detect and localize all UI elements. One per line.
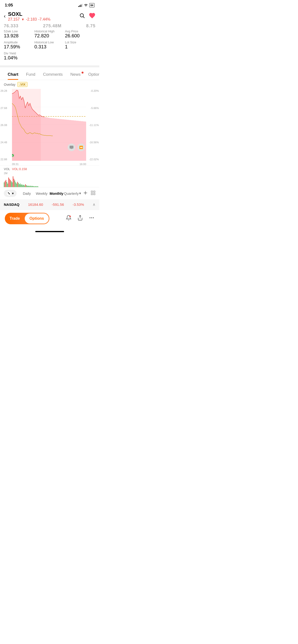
chart-y-label-0: 29.28 — [0, 89, 12, 92]
svg-text:$: $ — [12, 155, 13, 157]
period-weekly[interactable]: Weekly — [34, 190, 49, 197]
svg-rect-37 — [26, 185, 27, 187]
stat-div-yield-value: 1.04% — [4, 55, 34, 60]
status-icons: 84 — [78, 3, 95, 8]
svg-rect-29 — [19, 184, 20, 187]
chart-section: Overlay .VIX 29.28 27.68 26.08 24.48 22.… — [0, 80, 99, 199]
volume-section: VOL VOL:0.158 2M — [0, 166, 99, 187]
wifi-icon — [84, 3, 88, 7]
tab-fund[interactable]: Fund — [22, 69, 39, 80]
back-button[interactable]: ‹ — [4, 13, 6, 20]
stat-avg-price-label: Avg Price — [65, 30, 95, 33]
ticker-block: SOXL 27.157 ▼ -2.183 -7.44% — [8, 11, 50, 22]
time-controls: ▾ Daily Weekly Monthly Quarterly ▾ — [0, 187, 99, 199]
overlay-label: Overlay — [4, 83, 15, 86]
tab-chart[interactable]: Chart — [4, 69, 22, 80]
nasdaq-change-pct: -3.53% — [72, 202, 84, 206]
svg-rect-43 — [32, 186, 32, 187]
chart-pct-label-1: -5.66% — [86, 106, 99, 110]
svg-rect-13 — [5, 181, 5, 187]
period-daily[interactable]: Daily — [20, 190, 34, 197]
tab-comments[interactable]: Comments — [39, 69, 66, 80]
stat-hist-high-value: 72.820 — [34, 33, 65, 38]
svg-rect-57 — [94, 191, 95, 192]
stat-lot-size: Lot Size 1 — [65, 40, 95, 50]
svg-rect-40 — [29, 186, 29, 187]
chart-rewind-icon[interactable]: ⏪ — [77, 144, 85, 151]
stat-top-mid: 275.48M — [43, 24, 61, 28]
svg-rect-14 — [6, 180, 6, 187]
svg-line-1 — [83, 17, 85, 18]
ticker-arrow: ▼ — [21, 18, 25, 21]
trade-button[interactable]: Trade — [5, 214, 25, 224]
tab-options[interactable]: Options — [84, 69, 99, 80]
period-quarterly[interactable]: Quarterly ▾ — [64, 190, 81, 197]
svg-rect-58 — [91, 193, 93, 195]
svg-rect-50 — [38, 186, 38, 187]
chart-x-labels: 09:31 16:00 — [12, 163, 86, 166]
bottom-nav: Trade Options — [0, 210, 99, 229]
search-icon[interactable] — [79, 13, 85, 20]
period-toggle[interactable]: ▾ — [4, 190, 17, 197]
svg-rect-56 — [91, 191, 93, 192]
header-icons — [79, 12, 95, 20]
svg-rect-52 — [9, 193, 10, 194]
crosshair-tool[interactable] — [83, 190, 88, 196]
chart-bubble-icon[interactable] — [68, 144, 75, 151]
stat-lot-size-label: Lot Size — [65, 40, 95, 44]
favorite-icon[interactable] — [89, 12, 95, 20]
status-time: 1:05 — [5, 3, 13, 8]
overlay-tag[interactable]: .VIX — [17, 82, 28, 87]
svg-rect-38 — [27, 186, 27, 187]
svg-rect-44 — [32, 186, 33, 187]
svg-rect-15 — [7, 182, 7, 187]
nasdaq-bar[interactable]: NASDAQ 16184.60 -591.56 -3.53% ∧ — [0, 199, 99, 210]
svg-rect-21 — [12, 182, 12, 187]
stat-hist-low-value: 0.313 — [34, 44, 65, 50]
stat-div-yield: Div Yield 1.04% — [4, 52, 34, 60]
stat-amplitude: Amplitude 17.59% — [4, 40, 34, 50]
svg-rect-59 — [94, 193, 95, 195]
period-monthly[interactable]: Monthly — [49, 190, 64, 197]
stat-amplitude-label: Amplitude — [4, 40, 34, 44]
stat-avg-price: Avg Price 26.600 — [65, 30, 95, 38]
ticker-change: -2.183 — [26, 17, 37, 22]
options-button[interactable]: Options — [25, 214, 49, 224]
vol-label: VOL — [4, 167, 10, 171]
svg-point-0 — [80, 14, 83, 17]
ticker-change-pct: -7.44% — [38, 17, 51, 22]
chart-y-labels-right: -0.20% -5.66% -11.11% -16.56% -22.02% — [86, 89, 99, 166]
svg-rect-41 — [30, 186, 30, 187]
svg-point-60 — [69, 216, 71, 217]
svg-rect-20 — [11, 181, 12, 187]
stat-amplitude-value: 17.59% — [4, 44, 34, 50]
svg-rect-45 — [33, 186, 34, 187]
svg-rect-26 — [16, 184, 17, 187]
stat-hist-low: Historical Low 0.313 — [34, 40, 65, 50]
nasdaq-change: -591.56 — [52, 202, 64, 206]
stats-section: 76.333 275.48M 8.75 52wk Low 13.928 Hist… — [0, 24, 99, 64]
main-chart[interactable]: 29.28 27.68 26.08 24.48 22.88 -0.20% -5.… — [0, 89, 99, 166]
chevron-down-icon: ▾ — [12, 192, 14, 195]
stat-top-left: 76.333 — [4, 24, 19, 28]
svg-point-63 — [91, 217, 92, 218]
stat-52wk-low-value: 13.928 — [4, 33, 34, 38]
nav-icons — [66, 215, 95, 222]
tab-news[interactable]: News — [66, 69, 84, 80]
chart-tools — [83, 190, 95, 196]
svg-text:⏪: ⏪ — [79, 146, 83, 149]
svg-rect-49 — [37, 186, 37, 187]
nasdaq-name: NASDAQ — [4, 202, 20, 206]
share-icon[interactable] — [77, 215, 83, 222]
svg-rect-42 — [31, 186, 31, 187]
svg-rect-22 — [13, 176, 13, 187]
chart-pct-label-4: -22.02% — [86, 158, 99, 161]
volume-chart — [4, 175, 95, 187]
svg-rect-48 — [36, 186, 37, 187]
chart-pct-label-0: -0.20% — [86, 89, 99, 92]
grid-tool[interactable] — [91, 190, 95, 196]
alert-icon[interactable] — [66, 215, 72, 222]
svg-rect-24 — [15, 180, 15, 187]
stat-lot-size-value: 1 — [65, 44, 95, 50]
more-icon[interactable] — [89, 215, 95, 222]
